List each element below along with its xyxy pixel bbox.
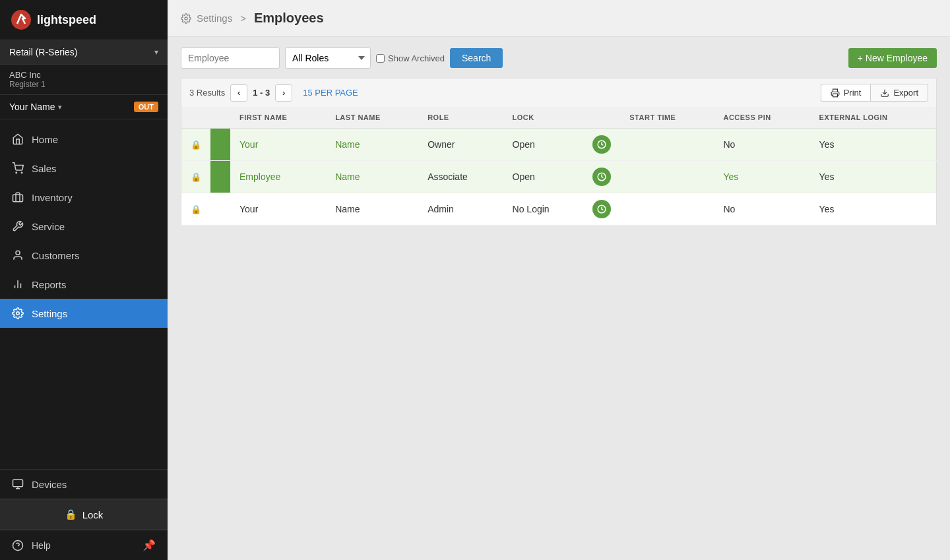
- table-header-row: FIRST NAME LAST NAME ROLE LOCK START TIM…: [181, 107, 937, 129]
- row3-access-pin-button[interactable]: [592, 200, 611, 218]
- sidebar-item-settings[interactable]: Settings: [0, 299, 168, 328]
- pagination-next-button[interactable]: ›: [275, 84, 292, 102]
- row1-start-time: [620, 129, 714, 161]
- page-title: Employees: [254, 11, 324, 26]
- sidebar-item-reports-label: Reports: [32, 279, 67, 290]
- col-lock: LOCK: [503, 107, 584, 129]
- col-access-pin: ACCESS PIN: [714, 107, 809, 129]
- lock-label: Lock: [82, 509, 104, 520]
- col-start-time: START TIME: [620, 107, 714, 129]
- row2-role: Associate: [418, 161, 503, 193]
- row2-external-login: Yes: [810, 161, 937, 193]
- devices-icon: [12, 478, 24, 490]
- search-button-label: Search: [462, 53, 491, 63]
- print-export-area: Print Export: [821, 84, 928, 102]
- svg-rect-9: [13, 480, 23, 487]
- row2-start-time: [620, 161, 714, 193]
- svg-rect-15: [833, 94, 837, 97]
- row3-lock-cell: 🔒: [181, 193, 211, 226]
- user-status-badge: OUT: [134, 102, 158, 112]
- account-name: ABC Inc: [9, 70, 158, 80]
- user-name: Your Name: [9, 102, 55, 112]
- row3-last-name: Name: [326, 193, 418, 226]
- sidebar-item-inventory-label: Inventory: [32, 192, 73, 203]
- clock-icon: [597, 204, 606, 214]
- col-lock-indicator: [210, 107, 230, 129]
- row3-role: Admin: [418, 193, 503, 226]
- pin-icon: 📌: [142, 539, 156, 551]
- sidebar-item-inventory[interactable]: Inventory: [0, 183, 168, 212]
- clock-icon: [597, 172, 606, 181]
- sidebar-item-sales-label: Sales: [32, 163, 57, 174]
- pagination-prev-button[interactable]: ‹: [230, 84, 247, 102]
- row1-last-name[interactable]: Name: [326, 129, 418, 161]
- search-bar: All Roles Owner Associate Admin Manager …: [181, 47, 937, 69]
- svg-point-4: [16, 251, 20, 255]
- row3-external-login: Yes: [810, 193, 937, 226]
- top-bar: Settings > Employees: [168, 0, 950, 37]
- lock-closed-icon: 🔒: [191, 140, 201, 150]
- row2-last-name[interactable]: Name: [326, 161, 418, 193]
- new-employee-button[interactable]: + New Employee: [848, 48, 937, 68]
- breadcrumb-separator: >: [240, 13, 246, 24]
- row3-first-name: Your: [230, 193, 326, 226]
- export-icon: [880, 88, 889, 98]
- account-register: Register 1: [9, 80, 158, 89]
- sidebar-item-home-label: Home: [32, 134, 58, 145]
- lock-icon: 🔒: [65, 509, 77, 520]
- breadcrumb-gear-icon: [181, 13, 191, 24]
- store-selector[interactable]: Retail (R-Series) ▾: [0, 40, 168, 65]
- sidebar-item-home[interactable]: Home: [0, 125, 168, 154]
- employee-search-input[interactable]: [181, 47, 280, 69]
- row1-lock-cell: 🔒: [181, 129, 211, 161]
- sidebar-item-devices[interactable]: Devices: [0, 470, 168, 499]
- lock-button[interactable]: 🔒 Lock: [0, 499, 168, 530]
- table-row: 🔒 Your Name Owner Open No Yes: [181, 129, 937, 161]
- col-role: ROLE: [418, 107, 503, 129]
- settings-icon: [12, 307, 24, 319]
- sidebar-item-service[interactable]: Service: [0, 212, 168, 241]
- main-content: Settings > Employees All Roles Owner Ass…: [168, 0, 950, 560]
- sidebar-item-service-label: Service: [32, 221, 65, 232]
- show-archived-checkbox[interactable]: [376, 54, 385, 63]
- reports-icon: [12, 278, 24, 290]
- row1-green-indicator: [210, 129, 230, 161]
- store-chevron-icon: ▾: [154, 47, 158, 57]
- lock-closed-icon: 🔒: [191, 204, 201, 214]
- sidebar-item-sales[interactable]: Sales: [0, 154, 168, 183]
- svg-point-8: [16, 312, 20, 315]
- row1-access-pin: No: [714, 129, 809, 161]
- sidebar-item-customers[interactable]: Customers: [0, 241, 168, 270]
- export-button[interactable]: Export: [870, 84, 928, 102]
- store-name: Retail (R-Series): [9, 47, 77, 57]
- sidebar-item-settings-label: Settings: [32, 308, 67, 319]
- role-select[interactable]: All Roles Owner Associate Admin Manager: [285, 47, 371, 69]
- row1-access-pin-button[interactable]: [592, 135, 611, 154]
- search-button[interactable]: Search: [450, 48, 503, 68]
- lightspeed-logo-icon: [11, 9, 32, 30]
- row1-lock: Open: [503, 129, 584, 161]
- user-row[interactable]: Your Name ▾ OUT: [0, 95, 168, 119]
- show-archived-label[interactable]: Show Archived: [376, 53, 445, 63]
- sales-icon: [12, 162, 24, 174]
- row1-first-name[interactable]: Your: [230, 129, 326, 161]
- home-icon: [12, 133, 24, 145]
- sidebar-item-reports[interactable]: Reports: [0, 270, 168, 299]
- help-icon: [12, 540, 24, 551]
- col-last-name: LAST NAME: [326, 107, 418, 129]
- row2-first-name[interactable]: Employee: [230, 161, 326, 193]
- logo-area: lightspeed: [0, 0, 168, 40]
- breadcrumb-settings-link[interactable]: Settings: [197, 13, 232, 24]
- logo-text: lightspeed: [37, 13, 96, 27]
- help-row[interactable]: Help 📌: [0, 530, 168, 560]
- show-archived-text: Show Archived: [388, 53, 445, 63]
- page-range: 1 - 3: [253, 88, 270, 98]
- row2-lock-cell: 🔒: [181, 161, 211, 193]
- col-first-name: FIRST NAME: [230, 107, 326, 129]
- lock-closed-icon: 🔒: [191, 172, 201, 182]
- print-button[interactable]: Print: [821, 84, 871, 102]
- row2-access-pin-button[interactable]: [592, 168, 611, 186]
- customers-icon: [12, 249, 24, 261]
- bottom-nav: Devices 🔒 Lock Help 📌: [0, 469, 168, 560]
- per-page-link[interactable]: 15 PER PAGE: [303, 88, 358, 98]
